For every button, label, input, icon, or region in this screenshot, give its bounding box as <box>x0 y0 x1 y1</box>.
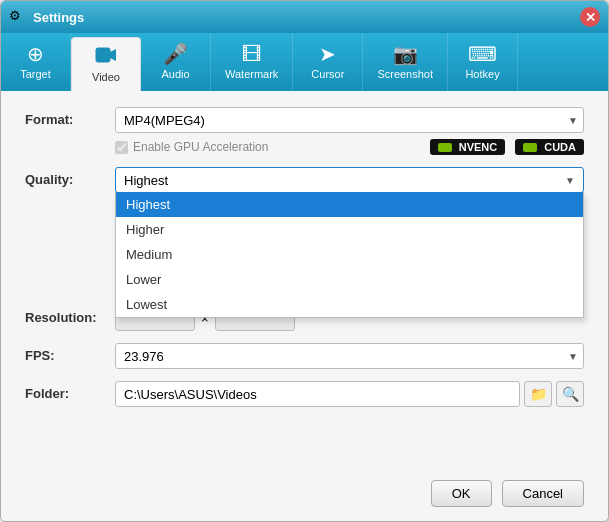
quality-value: Highest <box>124 173 565 188</box>
quality-option-lower[interactable]: Lower <box>116 267 583 292</box>
folder-row: Folder: 📁 🔍 <box>25 381 584 407</box>
format-select[interactable]: MP4(MPEG4) AVI MOV MKV <box>115 107 584 133</box>
folder-label: Folder: <box>25 381 115 401</box>
target-icon: ⊕ <box>27 44 44 64</box>
quality-option-higher[interactable]: Higher <box>116 217 583 242</box>
fps-controls: 23.976 25 29.97 30 60 ▼ <box>115 343 584 369</box>
nav-label-screenshot: Screenshot <box>377 68 433 80</box>
nvenc-badge: NVENC <box>430 139 506 155</box>
nav-label-target: Target <box>20 68 51 80</box>
cuda-logo <box>523 143 537 152</box>
format-controls: MP4(MPEG4) AVI MOV MKV ▼ Enable GPU Acce… <box>115 107 584 155</box>
gpu-row: Enable GPU Acceleration NVENC CUDA <box>115 139 584 155</box>
fps-select[interactable]: 23.976 25 29.97 30 60 <box>115 343 584 369</box>
footer: OK Cancel <box>1 470 608 521</box>
cancel-button[interactable]: Cancel <box>502 480 584 507</box>
resolution-label: Resolution: <box>25 305 115 325</box>
nvenc-logo <box>438 143 452 152</box>
fps-label: FPS: <box>25 343 115 363</box>
navbar: ⊕ Target Video 🎤 Audio 🎞 Watermark ➤ Cur… <box>1 33 608 91</box>
nav-label-hotkey: Hotkey <box>465 68 499 80</box>
fps-select-wrapper: 23.976 25 29.97 30 60 ▼ <box>115 343 584 369</box>
settings-icon: ⚙ <box>9 8 27 26</box>
audio-icon: 🎤 <box>163 44 188 64</box>
sidebar-item-screenshot[interactable]: 📷 Screenshot <box>363 33 448 91</box>
cursor-icon: ➤ <box>319 44 336 64</box>
cuda-badge: CUDA <box>515 139 584 155</box>
quality-dropdown-container: Highest ▼ Highest Higher Medium Lower Lo… <box>115 167 584 193</box>
svg-rect-0 <box>96 48 110 62</box>
nav-label-video: Video <box>92 71 120 83</box>
folder-path-input[interactable] <box>115 381 520 407</box>
format-row: Format: MP4(MPEG4) AVI MOV MKV ▼ Enable … <box>25 107 584 155</box>
folder-icon: 📁 <box>530 386 547 402</box>
folder-browse-button[interactable]: 📁 <box>524 381 552 407</box>
quality-option-highest[interactable]: Highest <box>116 192 583 217</box>
window-title: Settings <box>33 10 580 25</box>
folder-controls: 📁 🔍 <box>115 381 584 407</box>
quality-controls: Highest ▼ Highest Higher Medium Lower Lo… <box>115 167 584 193</box>
screenshot-icon: 📷 <box>393 44 418 64</box>
nav-label-cursor: Cursor <box>311 68 344 80</box>
fps-row: FPS: 23.976 25 29.97 30 60 ▼ <box>25 343 584 369</box>
quality-row: Quality: Highest ▼ Highest Higher Medium… <box>25 167 584 193</box>
gpu-label-text: Enable GPU Acceleration <box>133 140 268 154</box>
watermark-icon: 🎞 <box>242 44 262 64</box>
hotkey-icon: ⌨ <box>468 44 497 64</box>
format-select-wrapper: MP4(MPEG4) AVI MOV MKV ▼ <box>115 107 584 133</box>
gpu-checkbox-label[interactable]: Enable GPU Acceleration <box>115 140 268 154</box>
quality-option-medium[interactable]: Medium <box>116 242 583 267</box>
sidebar-item-hotkey[interactable]: ⌨ Hotkey <box>448 33 518 91</box>
nvenc-label: NVENC <box>459 141 498 153</box>
svg-marker-1 <box>110 49 116 61</box>
quality-label: Quality: <box>25 167 115 187</box>
sidebar-item-cursor[interactable]: ➤ Cursor <box>293 33 363 91</box>
video-icon <box>95 46 117 67</box>
sidebar-item-audio[interactable]: 🎤 Audio <box>141 33 211 91</box>
quality-option-lowest[interactable]: Lowest <box>116 292 583 317</box>
nav-label-audio: Audio <box>161 68 189 80</box>
settings-window: ⚙ Settings ✕ ⊕ Target Video 🎤 Audio 🎞 Wa… <box>0 0 609 522</box>
cuda-label: CUDA <box>544 141 576 153</box>
search-icon: 🔍 <box>562 386 579 402</box>
sidebar-item-video[interactable]: Video <box>71 37 141 91</box>
gpu-checkbox[interactable] <box>115 141 128 154</box>
sidebar-item-target[interactable]: ⊕ Target <box>1 33 71 91</box>
sidebar-item-watermark[interactable]: 🎞 Watermark <box>211 33 293 91</box>
folder-search-button[interactable]: 🔍 <box>556 381 584 407</box>
titlebar: ⚙ Settings ✕ <box>1 1 608 33</box>
nav-label-watermark: Watermark <box>225 68 278 80</box>
folder-input-row: 📁 🔍 <box>115 381 584 407</box>
close-button[interactable]: ✕ <box>580 7 600 27</box>
format-label: Format: <box>25 107 115 127</box>
ok-button[interactable]: OK <box>431 480 492 507</box>
settings-content: Format: MP4(MPEG4) AVI MOV MKV ▼ Enable … <box>1 91 608 470</box>
quality-dropdown-list: Highest Higher Medium Lower Lowest <box>115 192 584 318</box>
quality-arrow-icon: ▼ <box>565 175 575 186</box>
quality-display[interactable]: Highest ▼ <box>115 167 584 193</box>
